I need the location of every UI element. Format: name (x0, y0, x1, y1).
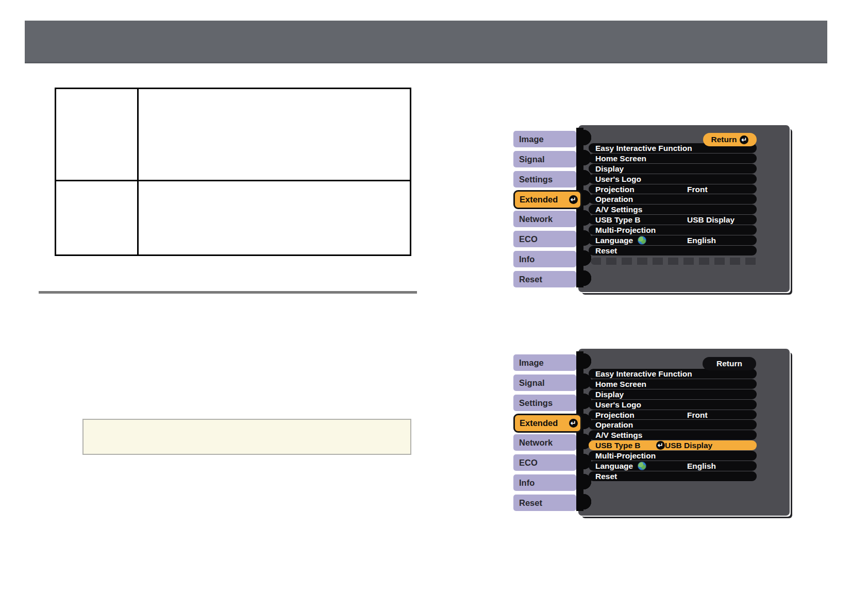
menu-item-home-screen[interactable]: Home Screen (589, 379, 757, 389)
menu-item-list: Easy Interactive Function Home Screen Di… (589, 142, 757, 256)
menu-item-list: Easy Interactive Function Home Screen Di… (589, 368, 757, 482)
sidebar-tab-signal[interactable]: Signal (513, 151, 576, 167)
sidebar-tab-image[interactable]: Image (513, 131, 576, 147)
sidebar-tab-extended[interactable]: Extended↵ (513, 190, 582, 209)
menu-item-av-settings[interactable]: A/V Settings (589, 430, 757, 440)
return-button[interactable]: Return ↵ (703, 133, 757, 146)
menu-item-home-screen[interactable]: Home Screen (589, 154, 757, 163)
sidebar-tab-settings[interactable]: Settings (513, 395, 576, 411)
sidebar-tab-network[interactable]: Network (513, 434, 576, 451)
globe-icon (638, 236, 646, 245)
table-row (56, 89, 411, 181)
sidebar-tab-info[interactable]: Info (513, 474, 576, 491)
projector-menu-extended: Image Signal Settings Extended↵ Network … (512, 125, 801, 300)
note-box (82, 419, 411, 455)
return-button[interactable]: Return (703, 357, 756, 370)
sidebar-tab-eco[interactable]: ECO (513, 231, 576, 247)
page-header-bar (25, 21, 827, 63)
menu-item-language[interactable]: LanguageEnglish (589, 461, 757, 471)
table-cell (138, 181, 411, 256)
return-icon: ↵ (740, 135, 748, 144)
menu-item-av-settings[interactable]: A/V Settings (589, 205, 757, 214)
sidebar-tab-signal[interactable]: Signal (513, 374, 576, 391)
menu-item-display[interactable]: Display (589, 389, 757, 399)
sidebar-tab-settings[interactable]: Settings (513, 171, 576, 188)
menu-item-users-logo[interactable]: User's Logo (589, 174, 757, 184)
table-cell (56, 89, 138, 181)
menu-item-reset[interactable]: Reset (589, 246, 757, 256)
section-divider (39, 291, 417, 294)
sidebar-tab-eco[interactable]: ECO (513, 454, 576, 471)
item-value: English (687, 235, 716, 245)
menu-item-language[interactable]: LanguageEnglish (589, 235, 757, 245)
item-value: USB Display (665, 440, 712, 450)
return-icon: ↵ (569, 419, 578, 428)
sidebar-tab-extended[interactable]: Extended↵ (513, 414, 582, 433)
menu-item-operation[interactable]: Operation (589, 194, 757, 204)
menu-item-usb-type-b[interactable]: USB Type BUSB Display (589, 215, 757, 225)
spec-table (55, 88, 411, 256)
manual-page: Image Signal Settings Extended↵ Network … (0, 0, 868, 613)
sidebar-tab-info[interactable]: Info (513, 251, 576, 267)
menu-item-operation[interactable]: Operation (589, 420, 757, 430)
menu-item-usb-type-b-highlighted[interactable]: USB Type B ↵USB Display (589, 440, 757, 450)
return-icon: ↵ (656, 441, 665, 450)
sidebar-tab-reset[interactable]: Reset (513, 495, 576, 511)
menu-item-projection[interactable]: ProjectionFront (589, 410, 757, 420)
item-value: Front (687, 184, 708, 194)
menu-item-display[interactable]: Display (589, 164, 757, 174)
return-icon: ↵ (569, 195, 578, 204)
menu-item-multi-projection[interactable]: Multi-Projection (589, 225, 757, 235)
menu-item-users-logo[interactable]: User's Logo (589, 400, 757, 410)
sidebar-tab-network[interactable]: Network (513, 211, 576, 227)
sidebar-tab-reset[interactable]: Reset (513, 271, 576, 287)
item-value: English (687, 461, 716, 471)
menu-item-reset[interactable]: Reset (589, 471, 757, 481)
item-value: USB Display (687, 215, 735, 225)
projector-menu-usb-type-b: Image Signal Settings Extended↵ Network … (512, 349, 801, 524)
table-cell (56, 181, 138, 256)
globe-icon (638, 462, 646, 470)
sidebar-tab-image[interactable]: Image (513, 354, 576, 371)
table-cell (138, 89, 411, 181)
menu-item-multi-projection[interactable]: Multi-Projection (589, 451, 757, 461)
menu-item-projection[interactable]: ProjectionFront (589, 184, 757, 194)
item-value: Front (687, 410, 708, 420)
scroll-texture (591, 258, 759, 265)
table-row (56, 181, 411, 256)
